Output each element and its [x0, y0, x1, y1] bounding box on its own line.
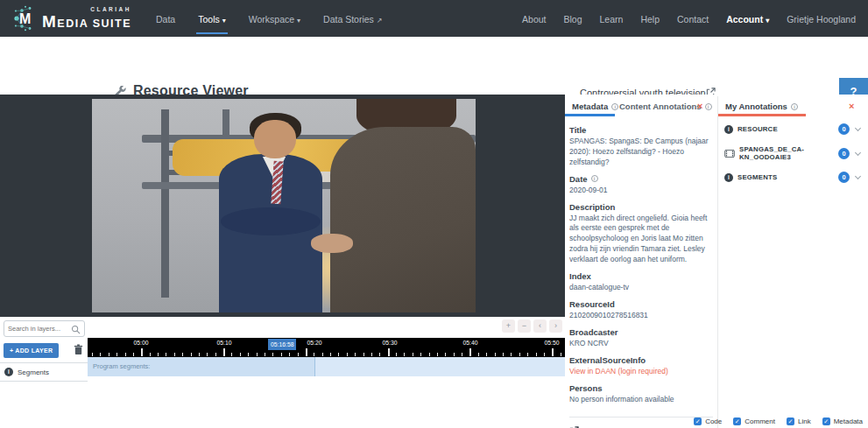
media-suite-logo[interactable]: M CLARIAH MEDIA SUITE [12, 5, 131, 32]
media-suite-app: M CLARIAH MEDIA SUITE Data Tools▾ Worksp… [0, 0, 868, 428]
my-annotations-panel: i RESOURCE 0 SPANGAS_DE_CA-KN_OODOAIE3 0… [722, 118, 864, 188]
field-value-title: SPANGAS: SpangaS: De Campus (najaar 2020… [569, 137, 713, 168]
time-tick-label: 05:40 [458, 340, 483, 346]
logo-clariah-text: CLARIAH [90, 7, 131, 13]
view-in-daan-link[interactable]: View in DAAN (login required) [569, 367, 713, 377]
segment-label: Program segments: [93, 362, 150, 370]
caret-down-icon: ▾ [766, 17, 769, 25]
trash-icon[interactable] [74, 344, 83, 355]
chevron-down-icon[interactable] [855, 125, 861, 131]
top-navbar: M CLARIAH MEDIA SUITE Data Tools▾ Worksp… [0, 0, 868, 37]
info-icon: i [724, 125, 733, 134]
side-panels: Metadatai Content Annotationsi × My Anno… [565, 95, 868, 428]
time-tick-label: 05:10 [212, 340, 236, 346]
external-arrow-icon: ↗ [377, 17, 383, 25]
add-layer-button[interactable]: + ADD LAYER [4, 343, 59, 358]
annotation-row-mediaobject[interactable]: SPANGAS_DE_CA-KN_OODOAIE3 0 [722, 140, 864, 166]
annotation-row-segments[interactable]: i SEGMENTS 0 [722, 166, 864, 188]
metadata-panel: Title SPANGAS: SpangaS: De Campus (najaa… [569, 119, 713, 428]
caret-down-icon: ▾ [297, 17, 300, 25]
logo-media-suite-text: MEDIA SUITE [42, 13, 131, 30]
checkbox-checked-icon[interactable]: ✓ [694, 417, 702, 425]
info-icon: i [724, 173, 733, 182]
video-scene-hand [311, 234, 353, 253]
full-metadata-link[interactable]: Full metadata [569, 417, 713, 428]
pan-left-button[interactable]: ‹ [533, 319, 547, 333]
timeline-zoom-controls: + − ‹ › [502, 319, 562, 333]
field-value-broadcaster: KRO NCRV [569, 339, 713, 349]
zoom-in-button[interactable]: + [502, 319, 515, 333]
info-icon[interactable]: i [791, 103, 798, 110]
field-value-description: JJ maakt zich direct ongeliefd. Gioia he… [569, 214, 713, 265]
username-label: Grietje Hoogland [787, 3, 856, 34]
nav-item-data[interactable]: Data [154, 3, 177, 34]
tab-my-annotations[interactable]: My Annotationsi [725, 102, 798, 111]
checkbox-checked-icon[interactable]: ✓ [822, 417, 830, 425]
tab-metadata[interactable]: Metadatai [572, 102, 618, 111]
count-badge: 0 [838, 172, 850, 183]
nav-item-blog[interactable]: Blog [564, 3, 582, 34]
annotation-row-resource[interactable]: i RESOURCE 0 [722, 118, 864, 140]
active-tab-underline [565, 114, 615, 116]
filter-comment[interactable]: ✓ Comment [733, 417, 775, 425]
field-label: Broadcaster [569, 327, 713, 337]
timeline-ruler[interactable]: 05:00 05:10 05:20 05:30 05:40 05:50 05:1… [88, 338, 565, 357]
clariah-network-icon: M [12, 5, 39, 32]
filter-code[interactable]: ✓ Code [694, 417, 722, 425]
close-annotations-panel-icon[interactable]: × [849, 101, 854, 111]
nav-item-learn[interactable]: Learn [600, 3, 624, 34]
segments-track[interactable]: Program segments: [88, 357, 565, 376]
page-header: Resource Viewer SPANGAS: SpangaS: De Cam… [0, 37, 868, 95]
video-scene-crossed-arms [221, 207, 321, 235]
time-tick-label: 05:00 [129, 340, 153, 346]
field-value-index: daan-catalogue-tv [569, 283, 713, 293]
pan-right-button[interactable]: › [549, 319, 562, 333]
field-label: Datei [569, 174, 713, 184]
film-icon [724, 150, 735, 158]
segment-boundary [314, 357, 315, 376]
checkbox-checked-icon[interactable]: ✓ [733, 417, 741, 425]
nav-item-contact[interactable]: Contact [677, 3, 709, 34]
account-menu[interactable]: Account▾ [726, 3, 769, 34]
primary-nav: Data Tools▾ Workspace▾ Data Stories↗ [154, 3, 385, 34]
search-layers-input[interactable] [8, 322, 69, 335]
checkbox-checked-icon[interactable]: ✓ [787, 417, 794, 425]
info-icon[interactable]: i [591, 175, 598, 182]
nav-item-workspace[interactable]: Workspace▾ [247, 3, 302, 34]
timeline-region: + − ‹ › + ADD LAYER i Segments 05:00 05:… [0, 317, 565, 428]
field-value-resourceid: 2102009010278516831 [569, 311, 713, 321]
nav-item-tools[interactable]: Tools▾ [196, 3, 228, 34]
annotations-tab-underline [718, 114, 806, 116]
field-label: ExternalSourceInfo [569, 355, 713, 365]
time-tick-label: 05:50 [540, 340, 564, 346]
count-badge: 0 [838, 148, 850, 159]
panel-divider [717, 96, 718, 428]
nav-item-data-stories[interactable]: Data Stories↗ [321, 3, 384, 34]
info-icon: i [4, 368, 13, 376]
video-scene-boy-face [254, 120, 296, 158]
secondary-nav: About Blog Learn Help Contact Account▾ G… [522, 3, 856, 34]
zoom-out-button[interactable]: − [518, 319, 531, 333]
video-scene-bedpost [161, 109, 169, 298]
info-icon[interactable]: i [611, 103, 618, 110]
info-icon[interactable]: i [705, 103, 712, 110]
layer-row-segments[interactable]: i Segments [0, 362, 88, 382]
chevron-down-icon[interactable] [855, 173, 861, 179]
field-label: Index [569, 271, 713, 281]
nav-item-about[interactable]: About [522, 3, 546, 34]
search-icon[interactable] [71, 325, 81, 334]
layer-search [4, 320, 85, 337]
nav-item-help[interactable]: Help [640, 3, 660, 34]
time-tick-label: 05:30 [378, 340, 402, 346]
close-metadata-panel-icon[interactable]: × [697, 101, 702, 111]
chevron-down-icon[interactable] [855, 149, 861, 155]
field-label: Description [569, 202, 713, 212]
time-tick-label: 05:20 [302, 340, 327, 346]
count-badge: 0 [838, 123, 850, 135]
video-player[interactable] [92, 99, 476, 312]
field-label: ResourceId [569, 299, 713, 309]
video-player-region [0, 95, 565, 317]
filter-link[interactable]: ✓ Link [787, 417, 811, 425]
filter-metadata[interactable]: ✓ Metadata [822, 417, 863, 425]
annotation-type-filters: ✓ Code ✓ Comment ✓ Link ✓ Metadata [694, 417, 863, 425]
